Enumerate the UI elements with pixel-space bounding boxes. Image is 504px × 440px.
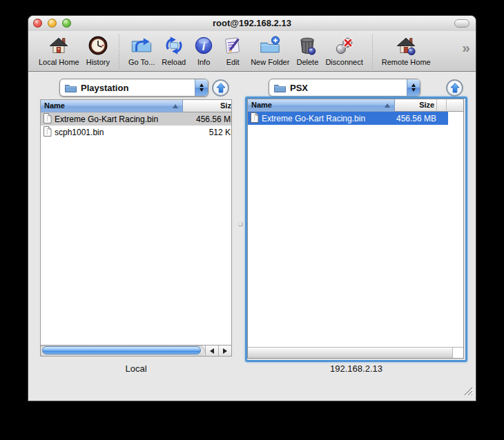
- history-clock-icon: [87, 34, 109, 57]
- local-name-column-header[interactable]: Name: [41, 100, 183, 112]
- up-arrow-icon: [450, 83, 460, 93]
- screenshot-canvas: root@192.168.2.13: [0, 0, 504, 440]
- toolbar-disconnect-button[interactable]: Disconnect: [325, 34, 362, 66]
- scrollbar-track[interactable]: [41, 346, 205, 356]
- toolbar-label: Info: [197, 58, 210, 66]
- local-size-column-header[interactable]: Size: [183, 100, 232, 112]
- folder-icon: [65, 83, 77, 92]
- toolbar-local-home-button[interactable]: Local Home: [39, 34, 79, 66]
- scrollbar-corner: [452, 347, 463, 358]
- remote-folder-popup[interactable]: PSX: [269, 79, 420, 97]
- local-folder-popup[interactable]: Playstation: [59, 79, 209, 97]
- right-arrow-icon: [223, 348, 227, 354]
- name-header-label: Name: [251, 101, 272, 109]
- remote-folder-popup-label: PSX: [290, 83, 308, 93]
- svg-text:i: i: [202, 41, 206, 52]
- bin-file-icon: [43, 113, 52, 126]
- close-button[interactable]: [33, 19, 42, 28]
- reload-icon: [163, 34, 185, 57]
- title-bar[interactable]: root@192.168.2.13: [28, 16, 476, 31]
- file-name: Extreme Go-Kart Racing.bin: [55, 114, 158, 124]
- toolbar-label: Remote Home: [382, 58, 431, 66]
- remote-list-header: Name Size: [248, 99, 463, 112]
- remote-home-house-icon: [395, 34, 417, 57]
- remote-horizontal-scrollbar[interactable]: [248, 347, 452, 358]
- sort-ascending-icon: [385, 103, 390, 108]
- toolbar-history-button[interactable]: History: [86, 34, 110, 66]
- toolbar-separator: [372, 34, 373, 69]
- toolbar-go-to-button[interactable]: Go To...: [128, 34, 155, 66]
- local-folder-popup-label: Playstation: [81, 83, 128, 93]
- local-up-directory-button[interactable]: [212, 79, 229, 97]
- local-file-row[interactable]: Extreme Go-Kart Racing.bin 456.56 MB: [41, 112, 232, 126]
- toolbar-label: Local Home: [39, 58, 79, 66]
- go-to-folder-arrow-icon: [130, 34, 153, 57]
- local-file-list: Name Size: [40, 99, 232, 357]
- local-home-house-icon: [48, 34, 70, 57]
- name-header-label: Name: [44, 101, 65, 110]
- popup-stepper-icon: [407, 79, 420, 96]
- toolbar-label: Delete: [296, 58, 318, 66]
- remote-file-list: Name Size: [247, 99, 464, 359]
- info-icon: i: [193, 34, 215, 57]
- popup-stepper-icon: [195, 79, 208, 96]
- toolbar-toggle-button[interactable]: [454, 19, 469, 28]
- app-window: root@192.168.2.13: [28, 15, 476, 401]
- left-arrow-icon: [210, 348, 214, 354]
- local-file-row[interactable]: scph1001.bin 512 KB: [41, 126, 232, 139]
- local-list-header: Name Size: [41, 100, 232, 112]
- scroll-left-button[interactable]: [205, 346, 218, 356]
- scroll-corner-header: [447, 99, 463, 112]
- edit-notepad-pencil-icon: [222, 34, 244, 57]
- sort-ascending-icon: [173, 104, 178, 108]
- folder-icon: [274, 83, 286, 92]
- window-controls: [33, 19, 71, 28]
- toolbar-label: Disconnect: [325, 58, 362, 66]
- minimize-button[interactable]: [48, 19, 57, 28]
- toolbar-label: Edit: [226, 58, 240, 66]
- window-title: root@192.168.2.13: [28, 16, 476, 31]
- file-size: 456.56 MB: [183, 114, 232, 124]
- remote-name-column-header[interactable]: Name: [248, 99, 395, 112]
- toolbar-delete-button[interactable]: Delete: [296, 34, 318, 66]
- toolbar-overflow-chevron-icon[interactable]: »: [462, 39, 472, 66]
- toolbar-new-folder-button[interactable]: New Folder: [251, 34, 289, 66]
- bin-file-icon: [250, 112, 259, 125]
- file-name: scph1001.bin: [55, 128, 104, 137]
- window-resize-grip[interactable]: [464, 387, 474, 399]
- toolbar-separator: [119, 34, 119, 69]
- remote-up-directory-button[interactable]: [446, 79, 463, 97]
- toolbar-label: Reload: [162, 58, 186, 66]
- toolbar: Local Home History: [28, 31, 476, 72]
- toolbar-label: History: [86, 58, 110, 66]
- local-horizontal-scrollbar: [41, 345, 231, 356]
- local-pane-label: Local: [40, 363, 232, 374]
- zoom-button[interactable]: [62, 19, 71, 28]
- file-name: Extreme Go-Kart Racing.bin: [262, 114, 365, 123]
- remote-pane-label: 192.168.2.13: [248, 363, 465, 374]
- scroll-right-button[interactable]: [218, 346, 231, 356]
- bin-file-icon: [43, 126, 52, 139]
- toolbar-reload-button[interactable]: Reload: [162, 34, 186, 66]
- filler-column-header: [437, 99, 447, 112]
- toolbar-remote-home-button[interactable]: Remote Home: [382, 34, 431, 66]
- disconnect-icon: [333, 34, 356, 57]
- toolbar-edit-button[interactable]: Edit: [222, 34, 244, 66]
- file-size: 456.56 MB: [396, 114, 438, 123]
- toolbar-label: New Folder: [251, 58, 289, 66]
- scrollbar-thumb[interactable]: [42, 346, 201, 354]
- toolbar-info-button[interactable]: i Info: [193, 34, 215, 66]
- remote-pane-focus-ring: Name Size: [245, 97, 467, 362]
- remote-size-column-header[interactable]: Size: [395, 99, 438, 112]
- trash-icon: [296, 34, 318, 57]
- file-size: 512 KB: [183, 128, 232, 137]
- pane-divider-handle[interactable]: [238, 222, 243, 227]
- new-folder-icon: [259, 34, 281, 57]
- up-arrow-icon: [216, 83, 226, 93]
- content-area: Playstation: [28, 72, 476, 401]
- toolbar-label: Go To...: [128, 58, 155, 66]
- remote-file-row-selected[interactable]: Extreme Go-Kart Racing.bin 456.56 MB: [248, 112, 448, 125]
